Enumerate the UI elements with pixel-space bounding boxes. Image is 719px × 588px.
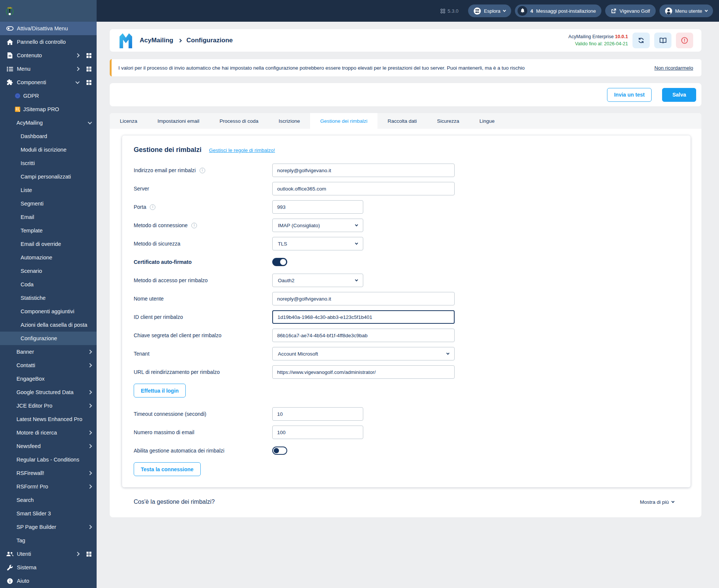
documentation-button[interactable]: [654, 33, 671, 48]
bounce-client-id-field[interactable]: [272, 310, 455, 324]
bounce-access-method-select[interactable]: Oauth2: [272, 274, 363, 287]
sidebar-item-jsitemap-pro[interactable]: JSitemap PRO: [0, 103, 97, 116]
sidebar-item-acymailing[interactable]: AcyMailing: [0, 116, 97, 130]
show-more-button[interactable]: Mostra di più: [640, 499, 674, 505]
max-emails-field[interactable]: [272, 426, 363, 439]
sidebar-item-contatti[interactable]: Contatti: [0, 359, 97, 372]
self-signed-certificate-toggle[interactable]: [272, 258, 287, 266]
breadcrumb-app[interactable]: AcyMailing: [140, 37, 173, 44]
sidebar-item-email[interactable]: Email: [0, 210, 97, 224]
sidebar-item-scenario[interactable]: Scenario: [0, 264, 97, 278]
tab-gestione-dei-rimbalzi[interactable]: Gestione dei rimbalzi: [310, 113, 377, 129]
auto-bounce-handling-toggle[interactable]: [272, 447, 287, 455]
sidebar-item-sp-page-builder[interactable]: SP Page Builder: [0, 520, 97, 534]
sidebar-item-motore-di-ricerca[interactable]: Motore di ricerca: [0, 426, 97, 439]
sidebar-item-gdpr[interactable]: GDPR: [0, 89, 97, 103]
explore-button[interactable]: Esplora: [468, 4, 511, 17]
sidebar-item-rsfirewall[interactable]: RSFirewall!: [0, 466, 97, 480]
bounce-rules-link[interactable]: Gestisci le regole di rimbalzo!: [209, 147, 275, 153]
sidebar-item-componenti[interactable]: Componenti: [0, 76, 97, 89]
sidebar-item-iscritti[interactable]: Iscritti: [0, 156, 97, 170]
sidebar-item-liste[interactable]: Liste: [0, 183, 97, 197]
connection-timeout-field[interactable]: [272, 407, 363, 421]
toggle-icon: [5, 26, 15, 31]
field-label: Certificato auto-firmato: [134, 259, 192, 265]
jsitemap-icon: [15, 107, 20, 112]
site-preview-button[interactable]: Vigevano Golf: [605, 4, 655, 17]
tab-processo-di-coda[interactable]: Processo di coda: [209, 113, 269, 129]
sidebar-item-jce-editor-pro[interactable]: JCE Editor Pro: [0, 399, 97, 412]
sidebar-item-label: Segmenti: [21, 201, 43, 207]
tab-lingue[interactable]: Lingue: [469, 113, 505, 129]
post-installation-messages-button[interactable]: 4 Messaggi post-installazione: [515, 4, 601, 17]
tab-licenza[interactable]: Licenza: [110, 113, 148, 129]
sidebar-item-smart-slider-3[interactable]: Smart Slider 3: [0, 507, 97, 520]
grid-icon[interactable]: [87, 80, 91, 85]
sidebar-item-label: SP Page Builder: [16, 524, 56, 530]
login-button[interactable]: Effettua il login: [134, 384, 186, 397]
puzzle-icon: [5, 79, 15, 85]
chevron-right-icon: [75, 552, 79, 556]
sidebar-item-sistema[interactable]: Sistema: [0, 561, 97, 574]
port-field[interactable]: [272, 200, 363, 214]
server-field[interactable]: [272, 182, 455, 195]
sidebar-item-segmenti[interactable]: Segmenti: [0, 197, 97, 210]
tab-sicurezza[interactable]: Sicurezza: [427, 113, 469, 129]
grid-icon[interactable]: [87, 552, 91, 557]
golf-club-crest-icon: [5, 6, 14, 16]
sidebar-item-google-structured-data[interactable]: Google Structured Data: [0, 386, 97, 399]
alerts-button[interactable]: [676, 33, 693, 48]
sidebar-item-label: Coda: [21, 281, 34, 287]
sidebar-item-menu[interactable]: Menu: [0, 62, 97, 76]
sidebar-item-latest-news-enhanced-pro[interactable]: Latest News Enhanced Pro: [0, 412, 97, 426]
sidebar-item-automazione[interactable]: Automazione: [0, 251, 97, 264]
test-connection-button[interactable]: Testa la connessione: [134, 462, 201, 476]
sidebar-item-utenti[interactable]: Utenti: [0, 547, 97, 561]
sidebar-item-label: Scenario: [21, 268, 42, 274]
sidebar-item-tag[interactable]: Tag: [0, 534, 97, 547]
sidebar-item-aiuto[interactable]: Aiuto: [0, 574, 97, 588]
sidebar-item-moduli-di-iscrizione[interactable]: Moduli di iscrizione: [0, 143, 97, 156]
field-label: Server: [134, 186, 149, 192]
sidebar-item-regular-labs-conditions[interactable]: Regular Labs - Conditions: [0, 453, 97, 466]
tab-impostazioni-email[interactable]: Impostazioni email: [148, 113, 210, 129]
grid-icon[interactable]: [87, 53, 91, 58]
field-label: Indirizzo email per rimbalzi: [134, 167, 196, 173]
sidebar-item-pannello-di-controllo[interactable]: Pannello di controllo: [0, 35, 97, 49]
acymailing-logo: [118, 33, 134, 48]
bounce-redirect-url-field[interactable]: [272, 365, 455, 379]
tab-raccolta-dati[interactable]: Raccolta dati: [377, 113, 427, 129]
sidebar-item-configurazione[interactable]: Configurazione: [0, 332, 97, 345]
grid-icon[interactable]: [87, 67, 91, 71]
list-icon: [5, 67, 15, 71]
dismiss-warning-link[interactable]: Non ricordarmelo: [654, 65, 693, 71]
sidebar-item-dashboard[interactable]: Dashboard: [0, 130, 97, 143]
tenant-select[interactable]: Account Microsoft: [272, 347, 455, 360]
sidebar-item-contenuto[interactable]: Contenuto: [0, 49, 97, 62]
sidebar-item-newsfeed[interactable]: Newsfeed: [0, 439, 97, 453]
sidebar-item-email-di-override[interactable]: Email di override: [0, 237, 97, 251]
sidebar-item-campi-personalizzati[interactable]: Campi personalizzati: [0, 170, 97, 183]
sidebar-item-search[interactable]: Search: [0, 493, 97, 507]
refresh-license-button[interactable]: [632, 33, 650, 48]
user-menu-button[interactable]: Menu utente: [659, 4, 713, 17]
sidebar-item-statistiche[interactable]: Statistiche: [0, 291, 97, 305]
chevron-down-icon: [503, 9, 506, 12]
sidebar-item-template[interactable]: Template: [0, 224, 97, 237]
sidebar-item-engagebox[interactable]: EngageBox: [0, 372, 97, 386]
sidebar-item-azioni-della-casella-di-posta[interactable]: Azioni della casella di posta: [0, 318, 97, 332]
tab-iscrizione[interactable]: Iscrizione: [269, 113, 310, 129]
sidebar-item-componenti-aggiuntivi[interactable]: Componenti aggiuntivi: [0, 305, 97, 318]
sidebar-item-rsform-pro[interactable]: RSForm! Pro: [0, 480, 97, 493]
sidebar-item-banner[interactable]: Banner: [0, 345, 97, 359]
save-button[interactable]: Salva: [662, 88, 696, 102]
security-method-select[interactable]: TLS: [272, 237, 363, 250]
send-test-button[interactable]: Invia un test: [607, 88, 652, 102]
connection-method-select[interactable]: IMAP (Consigliato): [272, 219, 363, 232]
sidebar-item-coda[interactable]: Coda: [0, 278, 97, 291]
sidebar-item-attiva-disattiva-menu[interactable]: Attiva/Disattiva Menu: [0, 22, 97, 35]
username-field[interactable]: [272, 292, 455, 305]
page-header: AcyMailing Configurazione AcyMailing Ent…: [110, 29, 701, 52]
bounce-client-secret-field[interactable]: [272, 329, 455, 342]
bounce-email-field[interactable]: [272, 164, 455, 177]
